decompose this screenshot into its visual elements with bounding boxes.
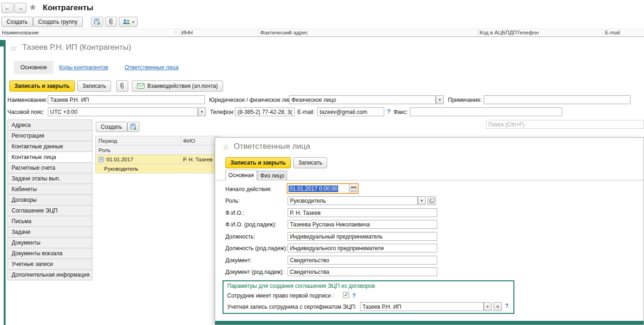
nav-item-additional-info[interactable]: Дополнительная информация [7,269,92,280]
grid-column-role-label: Роль [99,147,111,153]
phone-label: Телефон: [210,109,235,115]
role-dropdown-button[interactable]: ▾ [418,196,426,205]
nav-item-contact-data[interactable]: Контактные данные [7,141,92,152]
nav-item-accounts[interactable]: Учетные записи [7,259,92,270]
grid-column-period[interactable]: Период [96,136,181,145]
list-header-row: Наименование ↑ ИНН Фактический адрес Код… [0,29,644,37]
grid-column-fio[interactable]: ФИО [181,136,219,145]
link-counterparty-codes[interactable]: Коды контрагентов [59,64,108,71]
back-button[interactable]: ← [1,3,13,13]
paperclip-icon [118,82,126,90]
nav-item-cabinets[interactable]: Кабинеты [7,184,92,195]
chevron-down-icon: ▾ [486,305,488,309]
search-input[interactable] [486,120,644,129]
nav-item-letters[interactable]: Письма [7,216,92,227]
card-save-button[interactable]: Записать [77,80,111,92]
column-divider [258,29,259,36]
nav-item-registration[interactable]: Регистрация [7,130,92,141]
nav-item-station-documents[interactable]: Документы вокзала [7,248,92,259]
nav-item-bank-accounts[interactable]: Расчетные счета [7,162,92,173]
timezone-dropdown-button[interactable]: ▾ [198,107,206,116]
first-sign-help-link[interactable]: ? [352,292,355,299]
ecp-account-input[interactable] [360,302,484,311]
ecp-account-clear-button[interactable]: × [493,302,502,311]
create-button-top[interactable]: Создать [1,17,33,27]
column-phone[interactable]: Телефон [517,30,539,35]
page-title: Контрагенты [43,3,93,13]
create-group-button[interactable]: Создать группу [33,17,83,27]
role-input[interactable] [288,196,418,205]
card-favorite-star-icon[interactable]: ☆ [10,44,17,53]
nav-item-ecp-agreement[interactable]: Соглашение ЭЦП [7,205,92,216]
column-divider [603,29,603,36]
timezone-input[interactable] [48,107,198,116]
column-email[interactable]: E-mail [605,30,620,35]
role-label: Роль: [225,198,239,204]
favorites-star-icon[interactable]: ★ [29,2,37,13]
dialog-title: Ответственные лица [234,142,310,151]
fax-label: Факс: [394,109,408,115]
document-genitive-label: Документ (род.падеж): [225,269,284,275]
document-genitive-input[interactable] [288,267,437,276]
forward-button[interactable]: → [14,3,26,13]
chevron-down-icon: ▾ [439,98,440,102]
nav-item-tasks[interactable]: Задачи [7,226,92,238]
entity-type-dropdown-button[interactable]: ▾ [436,95,444,104]
column-name[interactable]: Наименование [2,30,39,35]
note-input[interactable] [484,95,631,104]
dialog-save-close-button[interactable]: Записать и закрыть [225,157,291,168]
first-sign-checkbox[interactable]: ✓ [343,292,349,298]
column-divider [179,29,180,36]
card-save-close-button[interactable]: Записать и закрыть [9,80,75,92]
dialog-save-button[interactable]: Записать [293,157,327,168]
column-address[interactable]: Фактический адрес [260,30,308,35]
dialog-favorite-star-icon[interactable]: ☆ [223,143,229,152]
grid-cell-fio: Р. Н. Тазеев [181,155,219,164]
tab-main[interactable]: Основное [14,61,53,74]
dialog-tab-person[interactable]: Физ лицо [257,171,287,180]
entity-type-input[interactable] [289,95,436,104]
list-create-button[interactable]: Создать [96,122,127,132]
email-help-link[interactable]: ? [387,108,390,115]
name-input[interactable] [48,95,205,104]
column-inn[interactable]: ИНН [181,30,193,35]
fio-genitive-input[interactable] [288,220,437,229]
nav-item-documents[interactable]: Документы [7,237,92,248]
contacts-menu-button[interactable]: ▾ [119,17,138,27]
start-date-field[interactable]: 01.01.2017 0:00:00 [287,183,359,194]
column-code[interactable]: Код в АЦБПДП [480,30,517,35]
nav-item-addresses[interactable]: Адреса [7,119,92,131]
nav-item-contact-persons[interactable]: Контактные лица [7,152,92,163]
save-export-button[interactable] [91,17,103,27]
phone-input[interactable] [235,107,295,116]
nav-item-task-stages[interactable]: Задачи этапы вып. [7,173,92,184]
diskette-arrow-icon [93,18,101,26]
position-genitive-input[interactable] [288,244,437,252]
grid-column-role[interactable]: Роль [95,145,220,155]
fio-label: Ф.И.О.: [225,210,244,216]
ecp-parameters-group: Параметры для создания соглашения ЭЦП из… [223,280,514,314]
dialog-tab-main[interactable]: Основная [225,170,257,180]
email-input[interactable] [317,107,384,116]
attach-file-button-top[interactable] [105,17,117,27]
card-attach-button[interactable] [116,80,128,92]
document-input[interactable] [288,256,437,265]
interactions-button[interactable]: Взаимодействия (эл.почта) [132,80,223,92]
calendar-button[interactable] [349,184,358,193]
fio-input[interactable] [288,208,437,217]
ecp-account-help-link[interactable]: ? [505,303,508,309]
role-open-button[interactable] [427,196,436,205]
nav-item-contracts[interactable]: Договоры [7,194,92,206]
responsible-person-dialog: ☆ Ответственные лица Записать и закрыть … [215,137,644,325]
fax-input[interactable] [410,107,562,116]
ecp-account-dropdown-button[interactable]: ▾ [484,302,492,311]
position-input[interactable] [288,232,437,241]
checkmark-icon: ✓ [344,292,348,298]
grid-row-role[interactable]: Руководитель [95,164,220,173]
list-save-export-button[interactable] [127,122,139,132]
link-responsible-persons[interactable]: Ответственные лица [125,64,178,71]
first-sign-label: Сотрудник имеет право первой подписи : [227,292,334,299]
ecp-group-title: Параметры для создания соглашения ЭЦП из… [227,283,375,289]
grid-row-period[interactable]: 01.01.2017 Р. Н. Тазеев [95,154,220,164]
forward-arrow-icon: → [18,5,23,11]
